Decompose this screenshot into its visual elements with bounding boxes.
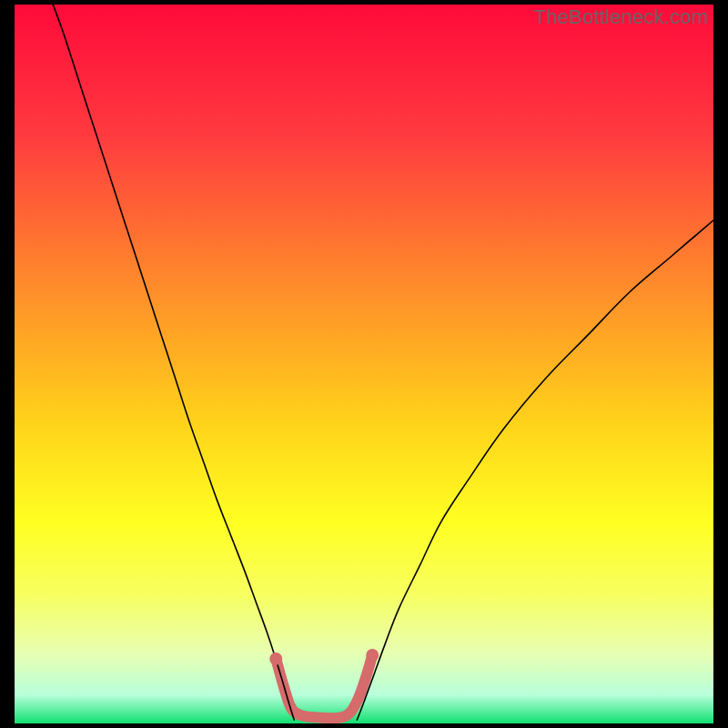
- gradient-background: [15, 5, 713, 723]
- chart-frame: TheBottleneck.com: [0, 0, 728, 728]
- watermark-label: TheBottleneck.com: [533, 5, 708, 29]
- plot-area: [15, 5, 713, 723]
- valley-marker: [366, 649, 379, 662]
- bottleneck-chart: [15, 5, 713, 723]
- valley-marker: [269, 652, 282, 665]
